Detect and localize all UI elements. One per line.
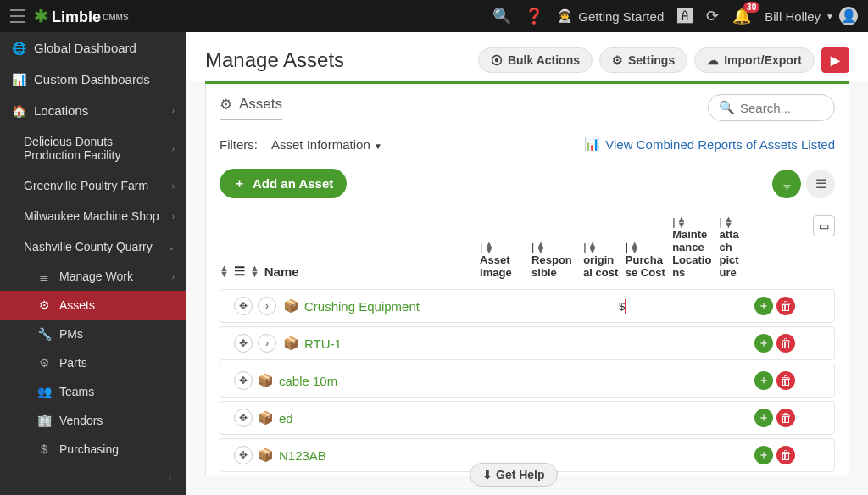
add-asset-button[interactable]: ＋Add an Asset (220, 169, 347, 198)
dashboard-icon: 🌐 (12, 42, 25, 55)
download-icon: ⬇ (482, 468, 492, 481)
delete-button[interactable]: 🗑 (776, 446, 795, 464)
sidebar-assets[interactable]: ⚙Assets (0, 291, 186, 320)
asset-row[interactable]: ✥📦ed＋🗑 (220, 401, 835, 435)
sort-icon[interactable]: ▲▼ (250, 265, 259, 277)
sort-icon[interactable]: ▲▼ (220, 265, 229, 277)
logo-icon: ✱ (34, 6, 48, 26)
getting-started[interactable]: 👨‍🚀 Getting Started (557, 8, 664, 24)
combined-reports-link[interactable]: 📊View Combined Reports of Assets Listed (584, 136, 835, 152)
delete-button[interactable]: 🗑 (776, 409, 795, 427)
import-export-button[interactable]: ☁Import/Export (694, 47, 815, 73)
drag-handle[interactable]: ✥ (234, 446, 253, 464)
drag-handle[interactable]: ✥ (234, 334, 253, 353)
chevron-right-icon: › (172, 212, 175, 221)
sidebar-purchasing[interactable]: $Purchasing (0, 435, 186, 464)
sidebar-location-3[interactable]: Nashville County Quarry⌄ (0, 231, 186, 262)
get-help-button[interactable]: ⬇Get Help (470, 463, 558, 487)
sidebar: 🌐Global Dashboard 📊Custom Dashboards 🏠Lo… (0, 32, 186, 495)
cogs-icon: ⚙ (37, 356, 51, 370)
asset-row[interactable]: ✥›📦Crushing Equipment$ ＋🗑 (220, 289, 835, 323)
chevron-down-icon: ▼ (826, 12, 834, 21)
signal-icon: ⦿ (491, 53, 503, 67)
filters-label: Filters: (220, 137, 258, 152)
dollar-icon: $ (37, 442, 51, 456)
asset-name[interactable]: N123AB (279, 448, 326, 463)
sidebar-manage-work[interactable]: ≣Manage Work› (0, 262, 186, 291)
gears-icon: ⚙ (37, 298, 51, 312)
sidebar-teams[interactable]: 👥Teams (0, 377, 186, 406)
add-child-button[interactable]: ＋ (754, 371, 773, 390)
view-list-button[interactable]: ☰ (806, 170, 835, 198)
cloud-icon: ☁ (707, 53, 719, 67)
filter-dropdown[interactable]: Asset Information ▼ (271, 137, 382, 152)
drag-handle[interactable]: ✥ (234, 371, 253, 390)
astronaut-icon: 👨‍🚀 (557, 8, 573, 24)
search-input[interactable] (740, 101, 824, 115)
drag-handle[interactable]: ✥ (234, 297, 253, 315)
search-box[interactable]: 🔍 (708, 94, 835, 121)
sidebar-custom-dashboards[interactable]: 📊Custom Dashboards (0, 64, 186, 95)
refresh-icon[interactable]: ⟳ (706, 7, 719, 25)
sidebar-location-2[interactable]: Milwaukee Machine Shop› (0, 201, 186, 231)
asset-row[interactable]: ✥📦cable 10m＋🗑 (220, 364, 835, 398)
chevron-right-icon: › (172, 181, 175, 191)
add-child-button[interactable]: ＋ (754, 334, 773, 353)
bulk-actions-button[interactable]: ⦿Bulk Actions (478, 47, 593, 73)
add-child-button[interactable]: ＋ (754, 446, 773, 464)
logo[interactable]: ✱ Limble CMMS (34, 6, 129, 26)
add-child-button[interactable]: ＋ (754, 409, 773, 427)
asset-name[interactable]: cable 10m (279, 374, 337, 388)
asset-name[interactable]: RTU-1 (304, 336, 342, 351)
delete-button[interactable]: 🗑 (776, 297, 795, 315)
purchase-cost-cell: $ (619, 300, 668, 313)
sidebar-parts[interactable]: ⚙Parts (0, 348, 186, 377)
translate-icon[interactable]: 🅰 (677, 8, 693, 25)
delete-button[interactable]: 🗑 (776, 334, 795, 353)
view-hierarchy-button[interactable]: ⏚ (772, 170, 801, 198)
add-child-button[interactable]: ＋ (754, 297, 773, 315)
settings-button[interactable]: ⚙Settings (599, 47, 687, 73)
play-button[interactable]: ▶ (821, 47, 849, 73)
cube-icon: 📦 (258, 373, 274, 388)
notifications-icon[interactable]: 🔔30 (732, 7, 751, 25)
col-maintenance-locations[interactable]: Maintenance Locations (672, 228, 711, 279)
col-responsible[interactable]: Responsible (531, 253, 572, 279)
building-icon: 🏢 (37, 414, 51, 427)
expand-button[interactable]: › (258, 334, 276, 353)
sidebar-location-1[interactable]: Greenville Poultry Farm› (0, 170, 186, 201)
search-icon[interactable]: 🔍 (492, 7, 511, 25)
gears-icon: ⚙ (220, 96, 232, 114)
drag-handle[interactable]: ✥ (234, 409, 253, 427)
panel-title: ⚙Assets (220, 96, 282, 120)
col-asset-image[interactable]: Asset Image (480, 253, 512, 279)
hamburger-menu[interactable] (10, 9, 25, 23)
asset-name[interactable]: Crushing Equipment (304, 299, 420, 314)
list-icon[interactable]: ☰ (234, 264, 245, 279)
chevron-right-icon: › (172, 144, 175, 153)
avatar: 👤 (839, 7, 858, 25)
list-icon: ≣ (37, 270, 51, 283)
sidebar-locations[interactable]: 🏠Locations› (0, 95, 186, 126)
sidebar-pms[interactable]: 🔧PMs (0, 320, 186, 348)
sidebar-expand-more[interactable]: › (0, 464, 186, 490)
col-purchase-cost[interactable]: Purchase Cost (626, 253, 665, 279)
chart-icon: 📊 (584, 136, 600, 152)
col-original-cost[interactable]: original cost (583, 253, 618, 279)
sidebar-vendors[interactable]: 🏢Vendors (0, 406, 186, 435)
asset-name[interactable]: ed (279, 411, 293, 425)
columns-button[interactable]: ▭ (813, 215, 835, 236)
delete-button[interactable]: 🗑 (776, 371, 795, 390)
plus-icon: ＋ (233, 175, 246, 192)
chevron-right-icon: › (172, 106, 175, 115)
sidebar-global-dashboard[interactable]: 🌐Global Dashboard (0, 32, 186, 64)
brand-name: Limble (52, 8, 101, 26)
user-menu[interactable]: Bill Holley ▼ 👤 (765, 7, 858, 25)
sidebar-location-0[interactable]: Delicious Donuts Production Facility› (0, 126, 186, 170)
help-icon[interactable]: ❓ (525, 7, 543, 25)
purchase-cost-input[interactable] (625, 299, 626, 314)
col-attach-picture[interactable]: attach picture (720, 228, 739, 279)
list-icon: ☰ (815, 176, 826, 192)
asset-row[interactable]: ✥›📦RTU-1＋🗑 (220, 326, 835, 360)
expand-button[interactable]: › (258, 297, 276, 315)
